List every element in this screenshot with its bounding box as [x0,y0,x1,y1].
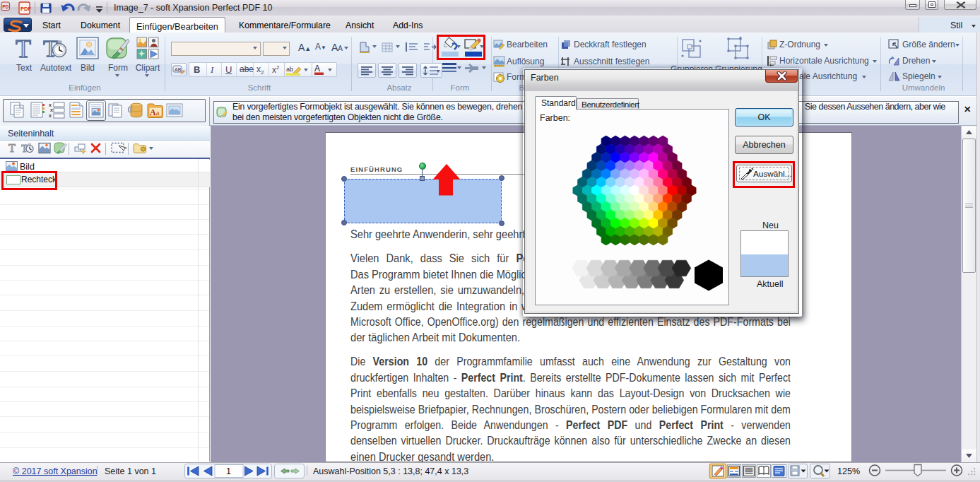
svg-text:125%: 125% [837,466,860,476]
svg-text:AB: AB [175,67,182,72]
svg-text:x: x [49,113,52,118]
svg-text:T: T [16,37,31,59]
svg-text:x: x [50,107,53,112]
svg-text:1: 1 [226,466,231,476]
svg-text:ab: ab [286,66,293,73]
svg-text:a: a [156,109,160,117]
svg-text:x: x [49,102,52,107]
svg-text:A: A [314,64,320,74]
svg-text:T: T [8,142,16,154]
